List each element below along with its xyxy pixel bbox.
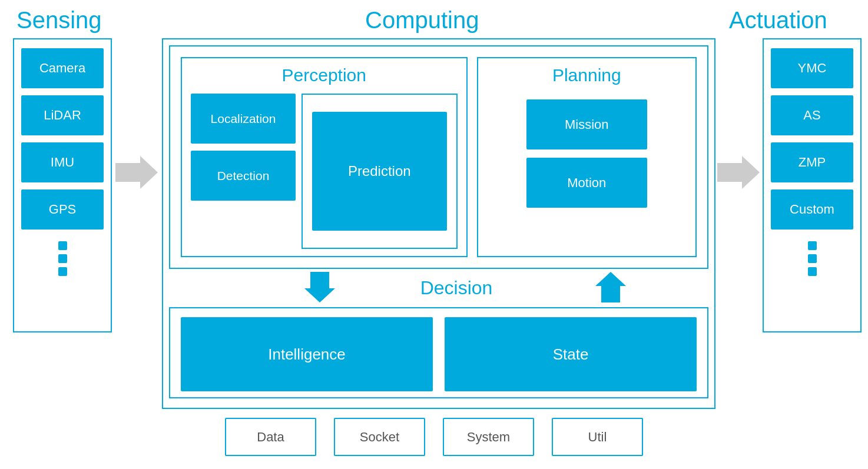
prediction-outer: Prediction (302, 94, 458, 249)
computing-title: Computing (365, 7, 479, 34)
adot1 (808, 241, 817, 250)
actuation-ymc: YMC (771, 48, 853, 88)
sensing-column: Camera LiDAR IMU GPS (13, 38, 112, 332)
perception-box: Perception Localization Detection Predic… (181, 57, 468, 257)
prediction-box: Prediction (312, 112, 447, 231)
actuation-dots (808, 241, 817, 276)
decision-arrows-row: Decision (169, 269, 708, 307)
utility-data: Data (225, 418, 316, 456)
sensing-to-computing-arrow (115, 156, 158, 191)
utility-row: Data Socket System Util (0, 418, 868, 456)
actuation-custom: Custom (771, 189, 853, 229)
dot3 (58, 267, 67, 276)
adot3 (808, 267, 817, 276)
planning-box: Planning Mission Motion (477, 57, 697, 257)
computing-border: Perception Localization Detection Predic… (162, 38, 715, 409)
sensor-lidar: LiDAR (21, 95, 104, 135)
utility-socket: Socket (334, 418, 425, 456)
diagram-container: Sensing Computing Actuation Camera LiDAR… (0, 0, 868, 469)
sensor-gps: GPS (21, 189, 104, 229)
loc-det-col: Localization Detection (191, 94, 296, 249)
computing-to-actuation-arrow (717, 156, 760, 191)
utility-system: System (443, 418, 534, 456)
decision-title: Decision (420, 277, 493, 299)
perception-inner: Localization Detection Prediction (191, 94, 458, 249)
svg-marker-3 (717, 156, 760, 189)
state-box: State (445, 317, 697, 391)
sensing-dots (58, 241, 67, 276)
utility-util: Util (552, 418, 643, 456)
planning-inner: Mission Motion (487, 99, 687, 208)
sensor-imu: IMU (21, 142, 104, 182)
actuation-title: Actuation (729, 7, 827, 34)
motion-box: Motion (526, 158, 647, 208)
decision-section: Intelligence State (169, 307, 708, 398)
svg-marker-2 (595, 272, 626, 302)
actuation-as: AS (771, 95, 853, 135)
perception-title: Perception (191, 65, 458, 85)
mission-box: Mission (526, 99, 647, 149)
perception-planning-section: Perception Localization Detection Predic… (169, 45, 708, 269)
dot1 (58, 241, 67, 250)
dot2 (58, 254, 67, 263)
arrow-up (595, 272, 626, 305)
svg-marker-0 (115, 156, 158, 189)
intelligence-box: Intelligence (181, 317, 433, 391)
arrow-down (304, 272, 335, 305)
localization-box: Localization (191, 94, 296, 144)
detection-box: Detection (191, 151, 296, 201)
actuation-column: YMC AS ZMP Custom (763, 38, 862, 332)
sensor-camera: Camera (21, 48, 104, 88)
planning-title: Planning (487, 65, 687, 85)
actuation-zmp: ZMP (771, 142, 853, 182)
svg-marker-1 (304, 272, 335, 302)
adot2 (808, 254, 817, 263)
sensing-title: Sensing (16, 7, 102, 34)
decision-inner: Intelligence State (181, 317, 697, 391)
